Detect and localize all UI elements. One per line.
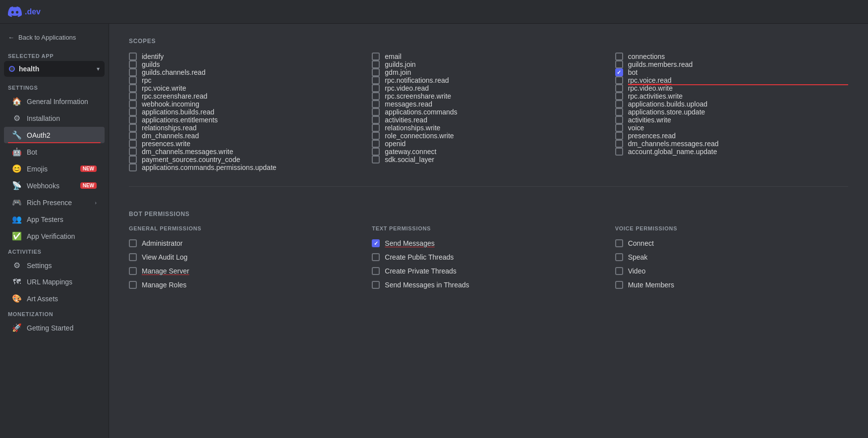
scope-item-email[interactable]: email: [372, 53, 605, 60]
perm-item-create-public-threads[interactable]: Create Public Threads: [372, 250, 605, 264]
perm-checkbox-manage-server[interactable]: [129, 267, 137, 275]
back-to-applications-link[interactable]: ← Back to Applications: [0, 30, 109, 45]
scope-checkbox-relationships-read[interactable]: [129, 124, 137, 132]
scope-item-guilds[interactable]: guilds: [129, 60, 362, 68]
scope-item-activities-write[interactable]: activities.write: [615, 116, 848, 124]
scope-item-account-global-name-update[interactable]: account.global_name.update: [615, 148, 848, 156]
scope-checkbox-applications-commands-permissions-update[interactable]: [129, 164, 137, 171]
scope-checkbox-gateway-connect[interactable]: [372, 148, 380, 156]
scope-item-applications-store-update[interactable]: applications.store.update: [615, 108, 848, 116]
scope-item-applications-builds-read[interactable]: applications.builds.read: [129, 108, 362, 116]
scope-checkbox-relationships-write[interactable]: [372, 124, 380, 132]
scope-checkbox-applications-entitlements[interactable]: [129, 116, 137, 124]
sidebar-item-installation[interactable]: ⚙ Installation: [4, 110, 105, 126]
scope-checkbox-bot[interactable]: [615, 68, 623, 76]
scope-item-gateway-connect[interactable]: gateway.connect: [372, 148, 605, 156]
scope-checkbox-rpc-notifications-read[interactable]: [372, 76, 380, 84]
scope-item-rpc-notifications-read[interactable]: rpc.notifications.read: [372, 76, 605, 84]
scope-checkbox-voice[interactable]: [615, 124, 623, 132]
scope-item-rpc-screenshare-write[interactable]: rpc.screenshare.write: [372, 92, 605, 100]
scope-item-relationships-write[interactable]: relationships.write: [372, 124, 605, 132]
scope-item-applications-builds-upload[interactable]: applications.builds.upload: [615, 100, 848, 108]
sidebar-item-app-verification[interactable]: ✅ App Verification: [4, 228, 105, 244]
perm-checkbox-video[interactable]: [615, 267, 623, 275]
scope-item-rpc-video-write[interactable]: rpc.video.write: [615, 84, 848, 92]
scope-item-guilds-join[interactable]: guilds.join: [372, 60, 605, 68]
sidebar-item-oauth2[interactable]: 🔧 OAuth2: [4, 127, 105, 143]
scope-checkbox-guilds-join[interactable]: [372, 60, 380, 68]
sidebar-item-app-testers[interactable]: 👥 App Testers: [4, 211, 105, 227]
scope-item-guilds-channels-read[interactable]: guilds.channels.read: [129, 68, 362, 76]
scope-checkbox-sdk-social-layer[interactable]: [372, 156, 380, 164]
scope-checkbox-rpc-activities-write[interactable]: [615, 92, 623, 100]
perm-item-connect[interactable]: Connect: [615, 236, 848, 250]
scope-item-role-connections-write[interactable]: role_connections.write: [372, 132, 605, 140]
scope-item-rpc-activities-write[interactable]: rpc.activities.write: [615, 92, 848, 100]
scope-item-connections[interactable]: connections: [615, 53, 848, 60]
selected-app-dropdown[interactable]: health ▾: [4, 61, 105, 77]
scope-item-rpc-video-read[interactable]: rpc.video.read: [372, 84, 605, 92]
perm-item-create-private-threads[interactable]: Create Private Threads: [372, 264, 605, 278]
scope-checkbox-applications-commands[interactable]: [372, 108, 380, 116]
scope-checkbox-rpc-voice-read[interactable]: [615, 76, 623, 84]
sidebar-item-emojis[interactable]: 😊 Emojis NEW: [4, 161, 105, 177]
scope-checkbox-rpc-voice-write[interactable]: [129, 84, 137, 92]
scope-item-dm-channels-messages-read[interactable]: dm_channels.messages.read: [615, 140, 848, 148]
scope-checkbox-gdm-join[interactable]: [372, 68, 380, 76]
perm-item-manage-server[interactable]: Manage Server: [129, 264, 362, 278]
perm-checkbox-send-messages-in-threads[interactable]: [372, 281, 380, 289]
scope-checkbox-rpc-screenshare-write[interactable]: [372, 92, 380, 100]
scope-checkbox-dm-channels-messages-write[interactable]: [129, 148, 137, 156]
scope-item-payment-sources-country-code[interactable]: payment_sources.country_code: [129, 156, 362, 164]
scope-item-rpc-screenshare-read[interactable]: rpc.screenshare.read: [129, 92, 362, 100]
sidebar-item-rich-presence[interactable]: 🎮 Rich Presence ›: [4, 194, 105, 211]
perm-item-mute-members[interactable]: Mute Members: [615, 278, 848, 292]
scope-checkbox-connections[interactable]: [615, 53, 623, 60]
scope-checkbox-guilds[interactable]: [129, 60, 137, 68]
app-logo[interactable]: .dev: [8, 5, 41, 19]
scope-item-relationships-read[interactable]: relationships.read: [129, 124, 362, 132]
scope-checkbox-dm-channels-messages-read[interactable]: [615, 140, 623, 148]
scope-item-rpc-voice-write[interactable]: rpc.voice.write: [129, 84, 362, 92]
perm-checkbox-send-messages[interactable]: [372, 239, 380, 247]
scope-item-bot[interactable]: bot: [615, 68, 848, 76]
scope-checkbox-dm-channels-read[interactable]: [129, 132, 137, 140]
scope-checkbox-openid[interactable]: [372, 140, 380, 148]
scope-item-voice[interactable]: voice: [615, 124, 848, 132]
scope-checkbox-rpc-video-read[interactable]: [372, 84, 380, 92]
perm-item-speak[interactable]: Speak: [615, 250, 848, 264]
perm-checkbox-create-public-threads[interactable]: [372, 253, 380, 261]
scope-checkbox-payment-sources-country-code[interactable]: [129, 156, 137, 164]
scope-checkbox-rpc-screenshare-read[interactable]: [129, 92, 137, 100]
scope-item-sdk-social-layer[interactable]: sdk.social_layer: [372, 156, 605, 164]
perm-item-video[interactable]: Video: [615, 264, 848, 278]
perm-checkbox-manage-roles[interactable]: [129, 281, 137, 289]
scope-checkbox-presences-read[interactable]: [615, 132, 623, 140]
scope-checkbox-activities-read[interactable]: [372, 116, 380, 124]
scope-item-applications-entitlements[interactable]: applications.entitlements: [129, 116, 362, 124]
scope-checkbox-guilds-channels-read[interactable]: [129, 68, 137, 76]
scope-checkbox-applications-builds-upload[interactable]: [615, 100, 623, 108]
perm-item-administrator[interactable]: Administrator: [129, 236, 362, 250]
scope-checkbox-guilds-members-read[interactable]: [615, 60, 623, 68]
perm-checkbox-view-audit-log[interactable]: [129, 253, 137, 261]
scope-checkbox-messages-read[interactable]: [372, 100, 380, 108]
perm-item-view-audit-log[interactable]: View Audit Log: [129, 250, 362, 264]
scope-checkbox-rpc-video-write[interactable]: [615, 84, 623, 92]
perm-checkbox-connect[interactable]: [615, 239, 623, 247]
scope-checkbox-identify[interactable]: [129, 53, 137, 60]
scope-checkbox-rpc[interactable]: [129, 76, 137, 84]
scope-item-webhook-incoming[interactable]: webhook.incoming: [129, 100, 362, 108]
scope-item-dm-channels-messages-write[interactable]: dm_channels.messages.write: [129, 148, 362, 156]
scope-checkbox-presences-write[interactable]: [129, 140, 137, 148]
scope-item-guilds-members-read[interactable]: guilds.members.read: [615, 60, 848, 68]
perm-item-manage-roles[interactable]: Manage Roles: [129, 278, 362, 292]
scope-item-identify[interactable]: identify: [129, 53, 362, 60]
scope-checkbox-account-global-name-update[interactable]: [615, 148, 623, 156]
scope-item-presences-write[interactable]: presences.write: [129, 140, 362, 148]
sidebar-item-bot[interactable]: 🤖 Bot: [4, 144, 105, 160]
perm-item-send-messages[interactable]: Send Messages: [372, 236, 605, 250]
scope-checkbox-applications-builds-read[interactable]: [129, 108, 137, 116]
sidebar-item-settings[interactable]: ⚙ Settings: [4, 257, 105, 274]
scope-item-dm-channels-read[interactable]: dm_channels.read: [129, 132, 362, 140]
